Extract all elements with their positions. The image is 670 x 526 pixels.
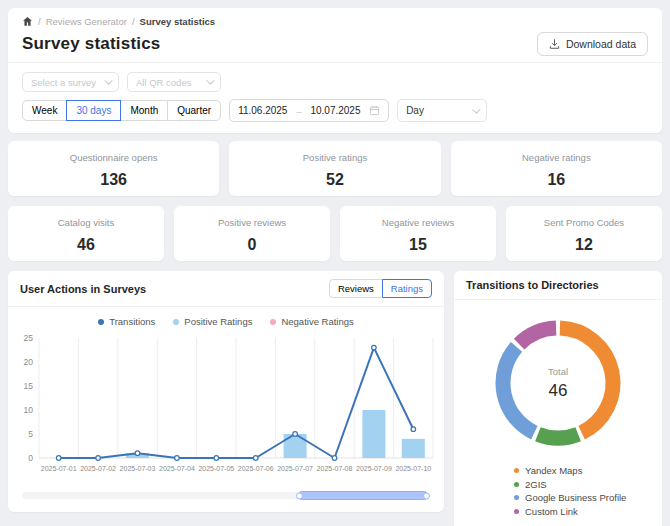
stat-value: 136 <box>8 171 219 189</box>
granularity-select[interactable]: Day <box>397 99 487 122</box>
svg-text:2025-07-02: 2025-07-02 <box>80 465 116 472</box>
svg-text:2025-07-08: 2025-07-08 <box>317 465 353 472</box>
stat-label: Catalog visits <box>8 217 164 228</box>
svg-text:2025-07-03: 2025-07-03 <box>120 465 156 472</box>
datazoom-range[interactable] <box>298 491 428 500</box>
svg-text:0: 0 <box>28 453 33 463</box>
legend-dot-icon <box>514 509 519 514</box>
charts-row: User Actions in Surveys Reviews Ratings … <box>8 271 662 526</box>
legend-dot-icon <box>514 468 519 473</box>
stat-card-sent-promo-codes: Sent Promo Codes 12 <box>506 206 662 261</box>
legend-item-yandex-maps[interactable]: Yandex Maps <box>514 464 654 478</box>
donut-total-value: 46 <box>549 381 568 400</box>
legend-dot-icon <box>514 482 519 487</box>
date-range-picker[interactable]: 11.06.2025 → 10.07.2025 <box>229 99 389 122</box>
download-label: Download data <box>566 38 636 50</box>
page: / Reviews Generator / Survey statistics … <box>0 0 670 526</box>
donut-segment[interactable] <box>519 328 556 344</box>
chevron-down-icon <box>472 105 480 113</box>
arrow-right-icon: → <box>294 106 303 116</box>
legend-label: Negative Ratings <box>281 316 353 327</box>
stat-label: Positive reviews <box>174 217 330 228</box>
donut-segment[interactable] <box>538 434 578 438</box>
download-icon <box>549 39 560 50</box>
chevron-down-icon <box>104 76 112 84</box>
donut-segment[interactable] <box>560 328 613 433</box>
legend-item-transitions[interactable]: Transitions <box>98 316 155 327</box>
home-icon[interactable] <box>22 16 33 27</box>
survey-select-placeholder: Select a survey <box>31 77 96 88</box>
page-title: Survey statistics <box>22 34 161 54</box>
legend-label: 2GIS <box>525 478 547 492</box>
legend-label: Transitions <box>109 316 155 327</box>
donut-legend: Yandex Maps 2GIS Google Business Profile… <box>454 458 662 526</box>
svg-text:2025-07-06: 2025-07-06 <box>238 465 274 472</box>
svg-text:2025-07-04: 2025-07-04 <box>159 465 195 472</box>
stat-value: 12 <box>506 236 662 254</box>
breadcrumb: / Reviews Generator / Survey statistics <box>22 16 648 27</box>
period-30days-button[interactable]: 30 days <box>66 100 121 121</box>
chart-title: User Actions in Surveys <box>20 283 146 295</box>
chevron-down-icon <box>206 76 214 84</box>
svg-text:2025-07-05: 2025-07-05 <box>198 465 234 472</box>
svg-text:10: 10 <box>24 405 34 415</box>
stat-value: 46 <box>8 236 164 254</box>
svg-text:20: 20 <box>24 357 34 367</box>
download-data-button[interactable]: Download data <box>537 32 648 56</box>
stat-label: Negative ratings <box>451 152 662 163</box>
stat-value: 16 <box>451 171 662 189</box>
donut-segment[interactable] <box>503 347 534 433</box>
legend-item-2gis[interactable]: 2GIS <box>514 478 654 492</box>
svg-text:15: 15 <box>24 381 34 391</box>
legend-label: Yandex Maps <box>525 464 582 478</box>
reviews-ratings-toggle: Reviews Ratings <box>329 279 432 298</box>
breadcrumb-separator: / <box>132 16 135 27</box>
period-week-button[interactable]: Week <box>22 100 67 121</box>
stat-value: 52 <box>229 171 440 189</box>
directories-donut-chart: Total 46 <box>483 308 633 458</box>
toggle-reviews-button[interactable]: Reviews <box>329 279 383 298</box>
legend-dot-icon <box>514 495 519 500</box>
stat-card-positive-ratings: Positive ratings 52 <box>229 141 440 196</box>
stats-row-1: Questionnaire opens 136 Positive ratings… <box>8 141 662 196</box>
donut-total-label: Total <box>548 366 568 377</box>
stat-value: 0 <box>174 236 330 254</box>
chart-legend: Transitions Positive Ratings Negative Ra… <box>8 307 444 328</box>
stat-card-negative-ratings: Negative ratings 16 <box>451 141 662 196</box>
toggle-ratings-button[interactable]: Ratings <box>382 279 432 298</box>
stat-label: Sent Promo Codes <box>506 217 662 228</box>
date-to-value[interactable]: 10.07.2025 <box>310 105 360 116</box>
chart-title: Transitions to Directories <box>466 279 599 291</box>
stat-card-positive-reviews: Positive reviews 0 <box>174 206 330 261</box>
directories-chart-card: Transitions to Directories Total 46 Yand… <box>454 271 662 526</box>
user-actions-chart: 05101520252025-07-012025-07-022025-07-03… <box>11 330 441 482</box>
qr-codes-select[interactable]: All QR codes <box>127 72 221 92</box>
stat-card-negative-reviews: Negative reviews 15 <box>340 206 496 261</box>
svg-text:2025-07-01: 2025-07-01 <box>41 465 77 472</box>
datazoom-handle-left[interactable] <box>296 492 303 499</box>
date-from-value[interactable]: 11.06.2025 <box>238 105 287 116</box>
breadcrumb-reviews-generator[interactable]: Reviews Generator <box>46 16 127 27</box>
svg-text:2025-07-07: 2025-07-07 <box>277 465 313 472</box>
legend-item-custom-link[interactable]: Custom Link <box>514 505 654 519</box>
legend-item-negative-ratings[interactable]: Negative Ratings <box>270 316 353 327</box>
period-month-button[interactable]: Month <box>120 100 168 121</box>
datazoom-slider[interactable] <box>22 491 428 500</box>
stat-value: 15 <box>340 236 496 254</box>
user-actions-chart-card: User Actions in Surveys Reviews Ratings … <box>8 271 444 512</box>
svg-text:2025-07-09: 2025-07-09 <box>356 465 392 472</box>
legend-dot-icon <box>173 319 179 325</box>
legend-item-positive-ratings[interactable]: Positive Ratings <box>173 316 252 327</box>
survey-select[interactable]: Select a survey <box>22 72 119 92</box>
granularity-value: Day <box>406 105 424 116</box>
stats-row-2: Catalog visits 46 Positive reviews 0 Neg… <box>8 206 662 261</box>
legend-item-google-business-profile[interactable]: Google Business Profile <box>514 491 654 505</box>
calendar-icon <box>369 105 380 116</box>
period-quarter-button[interactable]: Quarter <box>167 100 221 121</box>
legend-dot-icon <box>270 319 276 325</box>
datazoom-handle-right[interactable] <box>423 492 430 499</box>
stat-label: Negative reviews <box>340 217 496 228</box>
stat-card-catalog-visits: Catalog visits 46 <box>8 206 164 261</box>
breadcrumb-separator: / <box>38 16 41 27</box>
stat-card-questionnaire-opens: Questionnaire opens 136 <box>8 141 219 196</box>
